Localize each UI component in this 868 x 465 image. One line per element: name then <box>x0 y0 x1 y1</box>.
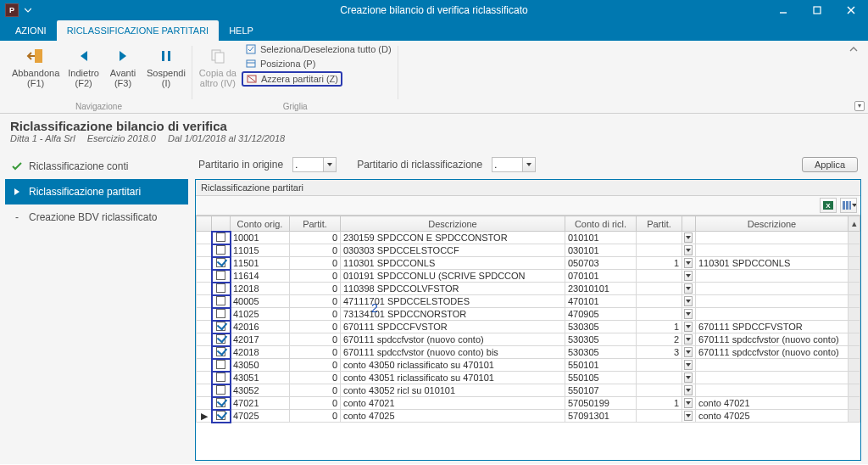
scrollbar-track[interactable] <box>849 257 860 270</box>
step-creazione-bdv[interactable]: - Creazione BDV riclassificato <box>5 204 188 230</box>
cell-partit-2[interactable] <box>637 359 682 372</box>
row-checkbox-cell[interactable] <box>212 270 231 283</box>
sospendi-button[interactable]: Sospendi (I) <box>143 42 189 90</box>
row-selector[interactable] <box>197 359 212 372</box>
partitario-ricl-combo[interactable] <box>492 157 536 172</box>
cell-partit-dropdown[interactable] <box>682 397 696 410</box>
row-checkbox-cell[interactable] <box>212 283 231 295</box>
col-dropdown[interactable] <box>682 216 696 232</box>
col-partit-1[interactable]: Partit. <box>290 216 341 232</box>
checkbox[interactable] <box>216 322 225 331</box>
row-checkbox-cell[interactable] <box>212 359 231 372</box>
table-row[interactable]: 43051 0 conto 43051 riclassificato su 47… <box>197 372 860 384</box>
row-checkbox-cell[interactable] <box>212 232 231 244</box>
cell-partit-dropdown[interactable] <box>682 232 696 244</box>
cell-partit-dropdown[interactable] <box>682 333 696 346</box>
cell-partit-dropdown[interactable] <box>682 384 696 397</box>
seleziona-deseleziona-tutto-button[interactable]: Seleziona/Deseleziona tutto (D) <box>242 42 395 56</box>
table-row[interactable]: 40005 0 47111701 SPDCCELSTODES 470101 <box>197 295 860 308</box>
col-selector[interactable] <box>197 216 212 232</box>
row-selector[interactable] <box>197 283 212 295</box>
row-checkbox-cell[interactable] <box>212 397 231 410</box>
col-conto-orig[interactable]: Conto orig. <box>231 216 290 232</box>
cell-partit-dropdown[interactable] <box>682 308 696 321</box>
row-checkbox-cell[interactable] <box>212 244 231 257</box>
col-partit-2[interactable]: Partit. <box>637 216 682 232</box>
checkbox[interactable] <box>216 347 225 356</box>
checkbox[interactable] <box>216 283 225 293</box>
cell-partit-2[interactable] <box>637 270 682 283</box>
cell-partit-dropdown[interactable] <box>682 257 696 270</box>
copia-da-altro-button[interactable]: Copia da altro (IV) <box>196 42 240 90</box>
minimize-button[interactable] <box>766 0 800 20</box>
cell-partit-2[interactable] <box>637 283 682 295</box>
checkbox[interactable] <box>216 385 225 395</box>
cell-partit-2[interactable] <box>637 372 682 384</box>
cell-partit-2[interactable] <box>637 384 682 397</box>
cell-partit-dropdown[interactable] <box>682 359 696 372</box>
table-row[interactable]: 12018 0 110398 SPDCCOLVFSTOR 23010101 <box>197 283 860 295</box>
cell-partit-dropdown[interactable] <box>682 346 696 359</box>
scrollbar-track[interactable] <box>849 372 860 384</box>
col-descrizione-1[interactable]: Descrizione <box>341 216 565 232</box>
grid-options-button[interactable] <box>840 198 857 213</box>
cell-partit-2[interactable]: 1 <box>637 257 682 270</box>
scrollbar-track[interactable] <box>849 410 860 423</box>
partitario-origine-input[interactable] <box>292 157 323 172</box>
row-selector[interactable] <box>197 232 212 244</box>
scrollbar-track[interactable] <box>849 232 860 244</box>
checkbox[interactable] <box>216 309 225 318</box>
cell-partit-2[interactable]: 1 <box>637 397 682 410</box>
table-row[interactable]: 41025 0 73134101 SPDCCNORSTOR 470905 <box>197 308 860 321</box>
partitario-ricl-input[interactable] <box>492 157 522 172</box>
dropdown-icon[interactable] <box>522 157 536 172</box>
cell-partit-dropdown[interactable] <box>682 321 696 333</box>
row-checkbox-cell[interactable] <box>212 410 231 423</box>
table-row[interactable]: 43050 0 conto 43050 riclassificato su 47… <box>197 359 860 372</box>
row-selector[interactable] <box>197 308 212 321</box>
scrollbar-track[interactable] <box>849 283 860 295</box>
table-row[interactable]: 42017 0 670111 spdccfvstor (nuovo conto)… <box>197 333 860 346</box>
cell-partit-2[interactable]: 3 <box>637 346 682 359</box>
posiziona-button[interactable]: Posiziona (P) <box>242 57 319 70</box>
menu-tab-riclassificazione-partitari[interactable]: RICLASSIFICAZIONE PARTITARI <box>57 20 219 41</box>
scrollbar-track[interactable] <box>849 384 860 397</box>
table-row[interactable]: 47021 0 conto 47021 57050199 1 conto 470… <box>197 397 860 410</box>
row-selector[interactable]: ▶ <box>197 410 212 423</box>
row-selector[interactable] <box>197 397 212 410</box>
row-selector[interactable] <box>197 270 212 283</box>
cell-partit-2[interactable] <box>637 244 682 257</box>
checkbox[interactable] <box>216 245 225 255</box>
table-row[interactable]: 11614 0 010191 SPDCCONLU (SCRIVE SPDCCON… <box>197 270 860 283</box>
table-row[interactable]: 42018 0 670111 spdccfvstor (nuovo conto)… <box>197 346 860 359</box>
row-checkbox-cell[interactable] <box>212 321 231 333</box>
row-selector[interactable] <box>197 244 212 257</box>
scrollbar-track[interactable] <box>849 397 860 410</box>
applica-button[interactable]: Applica <box>802 157 858 172</box>
table-row[interactable]: 10001 0 230159 SPDCCON E SPDCCONSTOR 010… <box>197 232 860 244</box>
ribbon-expander-icon[interactable]: ▾ <box>854 101 865 111</box>
menu-tab-help[interactable]: HELP <box>219 20 264 41</box>
table-row[interactable]: 43052 0 conto 43052 ricl su 010101 55010… <box>197 384 860 397</box>
row-selector[interactable] <box>197 346 212 359</box>
avanti-button[interactable]: Avanti (F3) <box>104 42 142 90</box>
table-row[interactable]: 42016 0 670111 SPDCCFVSTOR 530305 1 6701… <box>197 321 860 333</box>
indietro-button[interactable]: Indietro (F2) <box>64 42 103 90</box>
col-check[interactable] <box>212 216 231 232</box>
table-row[interactable]: 11501 0 110301 SPDCCONLS 050703 1 110301… <box>197 257 860 270</box>
checkbox[interactable] <box>216 398 225 407</box>
row-selector[interactable] <box>197 321 212 333</box>
cell-partit-2[interactable] <box>637 308 682 321</box>
qat-dropdown-icon[interactable] <box>22 4 34 16</box>
checkbox[interactable] <box>216 411 225 420</box>
dropdown-icon[interactable] <box>323 157 337 172</box>
checkbox[interactable] <box>216 258 225 267</box>
cell-partit-dropdown[interactable] <box>682 270 696 283</box>
row-selector[interactable] <box>197 372 212 384</box>
col-descrizione-2[interactable]: Descrizione <box>696 216 849 232</box>
checkbox[interactable] <box>216 232 225 242</box>
cell-partit-2[interactable]: 2 <box>637 333 682 346</box>
cell-partit-2[interactable] <box>637 410 682 423</box>
grid-scroll[interactable]: Conto orig. Partit. Descrizione Conto di… <box>196 216 860 460</box>
scrollbar-track[interactable] <box>849 295 860 308</box>
